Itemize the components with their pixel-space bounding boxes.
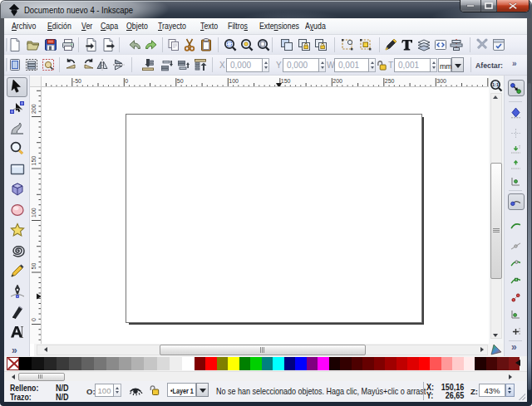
svg-text:150: 150 [31,156,37,166]
svg-text:50: 50 [31,263,37,270]
svg-text:1:1: 1:1 [492,82,499,87]
svg-text:200: 200 [31,104,37,114]
svg-text:200: 200 [332,78,342,84]
svg-text:100: 100 [31,208,37,218]
svg-text:150: 150 [281,78,291,84]
svg-text:300: 300 [436,78,446,84]
svg-text:250: 250 [385,78,395,84]
svg-text:0: 0 [125,78,128,84]
svg-text:50: 50 [177,78,184,84]
svg-text:100: 100 [229,78,239,84]
svg-text:0: 0 [31,318,37,321]
svg-text:-50: -50 [73,78,81,84]
